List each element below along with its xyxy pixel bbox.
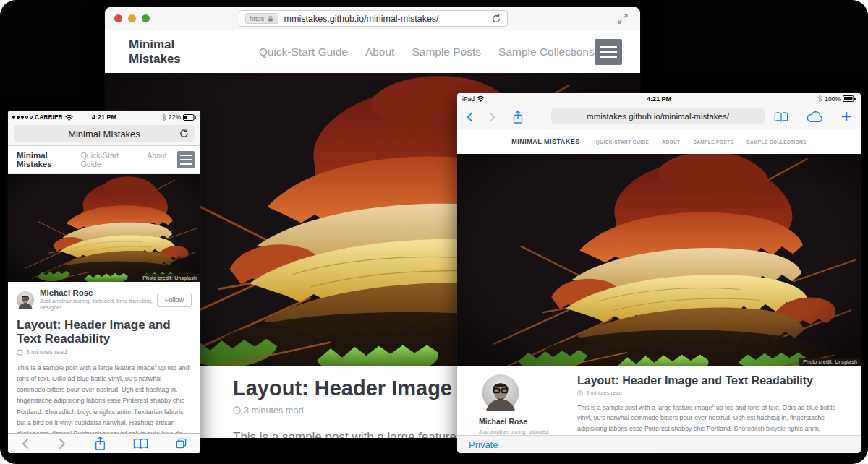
read-time: 3 minutes read (17, 348, 192, 356)
nav-about[interactable]: ABOUT (662, 139, 680, 145)
window-controls[interactable] (114, 14, 150, 22)
nav-links: Quick-Start Guide About Sample Posts Sam… (259, 46, 595, 59)
follow-button[interactable]: Follow (157, 293, 192, 307)
nav-sample-collections[interactable]: Sample Collections (498, 46, 595, 59)
clock-icon (17, 349, 23, 356)
iphone-status-bar: CARRIER 4:21 PM 22% (8, 111, 200, 124)
nav-quick-start-guide[interactable]: Quick-Start Guide (81, 151, 136, 168)
address-bar[interactable]: https mmistakes.github.io/minimal-mistak… (239, 10, 508, 27)
bookmarks-icon[interactable] (133, 438, 148, 450)
tabs-icon[interactable] (175, 437, 187, 450)
iphone-address-field[interactable]: Minimal Mistakes (14, 125, 195, 142)
menu-hamburger-icon[interactable] (177, 151, 195, 168)
close-window-button[interactable] (114, 14, 122, 22)
forward-icon[interactable] (57, 438, 67, 450)
safari-toolbar (8, 433, 200, 453)
battery-percent: 100% (825, 95, 841, 103)
photo-credit: Photo credit: Unsplash (799, 358, 861, 366)
site-brand[interactable]: Minimal Mistakes (17, 151, 81, 168)
bookmarks-icon[interactable] (774, 111, 788, 123)
ipad-safari-window: iPad 4:21 PM 100% mmistakes.github.io/mi… (457, 93, 861, 453)
clock-icon (233, 406, 241, 414)
bluetooth-icon (161, 113, 166, 121)
article-body: This is a sample post with a large featu… (17, 363, 192, 433)
nav-quick-start-guide[interactable]: QUICK-START GUIDE (596, 139, 649, 145)
share-icon[interactable] (512, 110, 524, 124)
share-icon[interactable] (94, 436, 106, 451)
new-tab-icon[interactable] (841, 111, 852, 122)
site-nav-iphone: Minimal Mistakes Quick-Start Guide About (8, 146, 200, 174)
ipad-address-field[interactable]: mmistakes.github.io/minimal-mistakes/ (551, 108, 765, 124)
site-nav-desktop: Minimal Mistakes Quick-Start Guide About… (105, 30, 640, 73)
status-time: 4:21 PM (457, 95, 861, 103)
author-name: Michael Rose (479, 417, 527, 426)
nav-quick-start-guide[interactable]: Quick-Start Guide (259, 46, 348, 59)
nav-sample-collections[interactable]: SAMPLE COLLECTIONS (746, 139, 807, 145)
https-label: https (250, 14, 265, 22)
safari-toolbar: mmistakes.github.io/minimal-mistakes/ (457, 105, 861, 129)
avatar (482, 374, 519, 411)
read-time-label: 3 minutes read (586, 390, 622, 396)
minimize-window-button[interactable] (128, 14, 136, 22)
ipad-status-bar: iPad 4:21 PM 100% (457, 93, 861, 105)
lock-icon (267, 15, 274, 22)
photo-credit: Photo credit: Unsplash (139, 274, 200, 282)
nav-links: Quick-Start Guide About (81, 151, 167, 168)
header-image: Photo credit: Unsplash (8, 174, 200, 282)
nav-sample-posts[interactable]: SAMPLE POSTS (693, 139, 733, 145)
back-icon[interactable] (21, 438, 30, 450)
read-time: 3 minutes read (577, 390, 843, 396)
battery-icon (843, 95, 856, 102)
back-icon[interactable] (466, 111, 475, 123)
author-column: Michael Rose Just another boring, tattoo… (479, 374, 551, 435)
author-name: Michael Rose (40, 288, 157, 297)
site-nav-ipad: MINIMAL MISTAKES QUICK-START GUIDE ABOUT… (457, 129, 861, 154)
article-title: Layout: Header Image and Text Readabilit… (577, 374, 843, 387)
nav-links: QUICK-START GUIDE ABOUT SAMPLE POSTS SAM… (596, 139, 807, 145)
iphone-url-row: Minimal Mistakes (8, 124, 200, 146)
battery-icon (183, 114, 196, 121)
zoom-window-button[interactable] (142, 14, 150, 22)
site-brand[interactable]: MINIMAL MISTAKES (511, 138, 580, 145)
browser-chrome: https mmistakes.github.io/minimal-mistak… (105, 7, 640, 30)
article-title: Layout: Header Image and Text Readabilit… (17, 318, 192, 345)
nav-sample-posts[interactable]: Sample Posts (412, 46, 481, 59)
nav-about[interactable]: About (365, 46, 395, 59)
reload-icon[interactable] (491, 14, 501, 24)
read-time-label: 3 minutes read (244, 405, 304, 416)
read-time-label: 3 minutes read (26, 348, 67, 356)
battery-percent: 22% (169, 113, 181, 121)
device-mockup-canvas: https mmistakes.github.io/minimal-mistak… (0, 0, 868, 464)
author-bio: Just another boring, tattooed, (479, 429, 550, 435)
fullscreen-icon[interactable] (617, 13, 629, 25)
bluetooth-icon (817, 95, 822, 103)
clock-icon (577, 390, 583, 396)
iphone-safari-window: CARRIER 4:21 PM 22% Minimal Mistakes Min… (8, 111, 200, 453)
menu-hamburger-icon[interactable] (595, 39, 622, 65)
https-badge: https (245, 13, 278, 24)
article-ipad: Michael Rose Just another boring, tattoo… (457, 366, 861, 435)
reload-icon[interactable] (179, 128, 190, 139)
private-browsing-bar: Private (457, 435, 861, 453)
leaves-photo (457, 154, 861, 366)
nav-about[interactable]: About (147, 151, 166, 168)
avatar (17, 291, 34, 309)
article-body: This is a sample post with a large featu… (577, 403, 843, 435)
author-row: Michael Rose Just another boring, tattoo… (17, 288, 192, 311)
site-brand[interactable]: Minimal Mistakes (129, 38, 226, 66)
article-iphone: Michael Rose Just another boring, tattoo… (8, 282, 200, 433)
url-text[interactable]: mmistakes.github.io/minimal-mistakes/ (284, 14, 491, 24)
forward-icon[interactable] (488, 111, 496, 123)
leaves-photo (8, 174, 200, 282)
private-label[interactable]: Private (469, 439, 498, 450)
page-title: Minimal Mistakes (68, 129, 140, 139)
header-image: Photo credit: Unsplash (457, 154, 861, 366)
author-bio: Just another boring, tattooed, time trav… (40, 298, 157, 311)
icloud-tabs-icon[interactable] (806, 111, 824, 123)
